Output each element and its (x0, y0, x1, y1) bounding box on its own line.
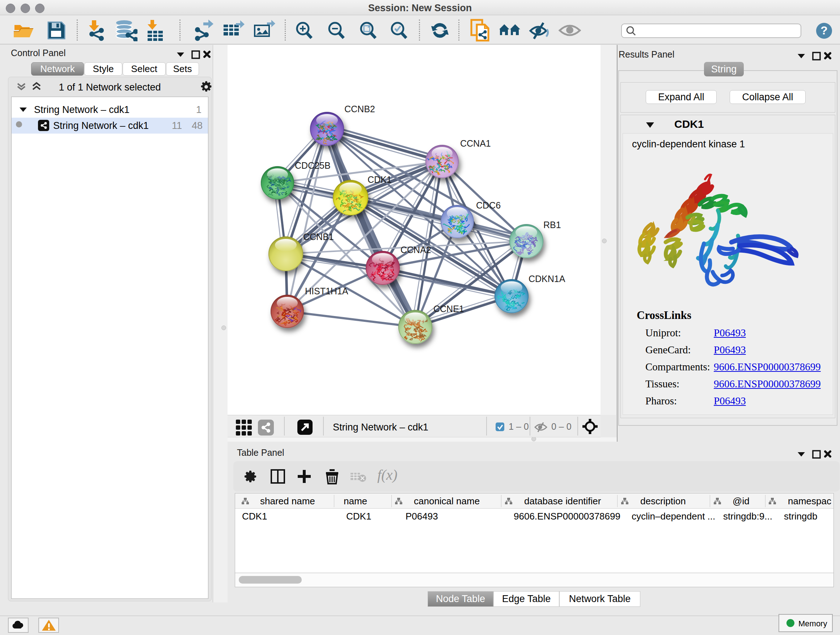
svg-text:CDC25B: CDC25B (295, 160, 331, 171)
svg-text:CDC6: CDC6 (476, 200, 501, 211)
svg-text:CCNB2: CCNB2 (344, 104, 375, 114)
svg-text:?: ? (821, 24, 828, 37)
svg-text:CCNA1: CCNA1 (460, 138, 491, 149)
svg-text:CCNE1: CCNE1 (433, 304, 464, 314)
svg-text:CCNA2: CCNA2 (401, 245, 431, 255)
svg-text:CDKN1A: CDKN1A (529, 274, 565, 284)
svg-text:RB1: RB1 (543, 220, 561, 230)
svg-text:CCNB1: CCNB1 (303, 232, 334, 242)
svg-text:HIST1H1A: HIST1H1A (305, 286, 348, 296)
svg-text:CDK1: CDK1 (368, 174, 392, 185)
